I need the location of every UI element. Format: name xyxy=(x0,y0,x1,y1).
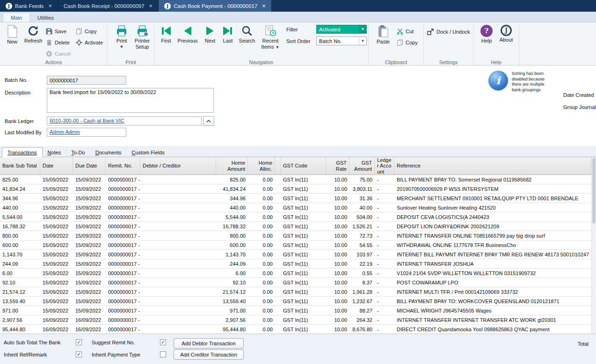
grid-cell-gst_code[interactable]: GST In(11) xyxy=(281,278,326,287)
grid-cell-gst_code[interactable]: GST In(11) xyxy=(281,184,326,193)
grid-cell-remit_no[interactable]: 0000000017 - 5 xyxy=(106,231,140,240)
grid-header-debtor_creditor[interactable]: Debtor / Creditor xyxy=(140,157,216,175)
grid-cell-spacer[interactable] xyxy=(275,231,281,240)
grid-row[interactable]: 1,143.7015/09/202215/09/20220000000017 -… xyxy=(0,250,591,259)
grid-cell-due_date[interactable]: 15/09/2022 xyxy=(73,222,106,231)
grid-cell-home_alloc[interactable]: 0.00 xyxy=(248,212,275,221)
grid-scrollbar[interactable] xyxy=(591,157,596,334)
grid-cell-remit_no[interactable]: 0000000017 - 5 xyxy=(106,325,140,334)
grid-row[interactable]: 800.0015/09/202215/09/20220000000017 - 5… xyxy=(0,231,591,240)
refresh-button[interactable]: Refresh xyxy=(22,25,44,44)
grid-cell-home_alloc[interactable]: 0.00 xyxy=(248,231,275,240)
grid-header-home_alloc[interactable]: Home Alloc. xyxy=(248,157,275,175)
grid-cell-due_date[interactable]: 15/09/2022 xyxy=(73,203,106,212)
last-modified-by-link[interactable]: Admin Admin xyxy=(50,129,80,135)
new-button[interactable]: New xyxy=(3,25,22,45)
grid-cell-gst_rate[interactable]: 10.00 xyxy=(326,203,349,212)
grid-header-date[interactable]: Date xyxy=(40,157,73,175)
grid-cell-date[interactable]: 16/09/2022 xyxy=(40,315,73,324)
grid-cell-bank_sub_total[interactable]: 2,907.56 xyxy=(0,315,40,324)
grid-cell-spacer[interactable] xyxy=(275,250,281,259)
grid-cell-home_amount[interactable]: 800.00 xyxy=(216,231,248,240)
grid-cell-date[interactable]: 15/09/2022 xyxy=(40,287,73,296)
grid-cell-home_amount[interactable]: 344.96 xyxy=(216,194,248,203)
grid-cell-due_date[interactable]: 16/09/2022 xyxy=(73,325,106,334)
grid-cell-reference[interactable]: INTERNET TRANSFER JOSHUA xyxy=(394,259,591,268)
copy-button[interactable]: Copy xyxy=(76,28,97,35)
grid-cell-bank_sub_total[interactable]: 825.00 xyxy=(0,175,40,184)
grid-cell-date[interactable]: 15/09/2022 xyxy=(40,194,73,203)
grid-cell-home_amount[interactable]: 92.10 xyxy=(216,278,248,287)
grid-cell-spacer[interactable] xyxy=(275,240,281,249)
bank-ledger-collapse-button[interactable] xyxy=(203,116,214,126)
grid-cell-reference[interactable]: V1024 21/04 SVDP WILLETTON WILLETTON 031… xyxy=(394,269,591,277)
grid-cell-date[interactable]: 15/09/2022 xyxy=(40,297,73,306)
grid-cell-bank_sub_total[interactable]: 440.00 xyxy=(0,203,40,212)
grid-cell-gst_amount[interactable]: 72.73 xyxy=(349,231,375,240)
grid-cell-date[interactable]: 15/09/2022 xyxy=(40,269,73,277)
grid-cell-bank_sub_total[interactable]: 92.10 xyxy=(0,278,40,287)
first-button[interactable]: First xyxy=(157,25,175,44)
grid-cell-gst_amount[interactable]: 8.37 xyxy=(349,278,375,287)
grid-cell-spacer[interactable] xyxy=(275,306,281,315)
grid-header-spacer[interactable] xyxy=(275,157,281,175)
grid-cell-bank_sub_total[interactable]: 244.09 xyxy=(0,259,40,268)
grid-row[interactable]: 92.1015/09/202215/09/20220000000017 - 59… xyxy=(0,278,591,287)
grid-cell-home_amount[interactable]: 21,574.12 xyxy=(216,287,248,296)
ribbon-tab-main[interactable]: Main xyxy=(3,13,30,22)
grid-cell-home_alloc[interactable]: 0.00 xyxy=(248,287,275,296)
grid-cell-reference[interactable]: MICHAEL WRIGHT J9645745505 Wages xyxy=(394,306,591,315)
grid-cell-gst_code[interactable]: GST In(11) xyxy=(281,269,326,277)
grid-cell-reference[interactable]: 2019070500006929 P WSS INTERSYSTEM xyxy=(394,184,591,193)
grid-cell-gst_code[interactable]: GST In(11) xyxy=(281,175,326,184)
auto-sub-total-checkbox[interactable]: ✓ xyxy=(76,339,82,345)
grid-cell-due_date[interactable]: 15/09/2022 xyxy=(73,250,106,259)
grid-cell-spacer[interactable] xyxy=(275,259,281,268)
inherit-payment-type-checkbox[interactable]: ✓ xyxy=(160,351,166,357)
grid-row[interactable]: 16,788.3215/09/202215/09/20220000000017 … xyxy=(0,222,591,231)
grid-cell-home_amount[interactable]: 95,444.80 xyxy=(216,325,248,334)
grid-cell-gst_amount[interactable]: 8,676.80 xyxy=(349,325,375,334)
grid-row[interactable]: 825.0015/09/202215/09/20220000000017 - 4… xyxy=(0,175,591,184)
grid-cell-reference[interactable]: MERCHANT SETTLEMENT 0910001 RETAILQUIP P… xyxy=(394,194,591,203)
tab-documents[interactable]: Documents xyxy=(90,148,127,157)
grid-cell-home_amount[interactable]: 244.09 xyxy=(216,259,248,268)
grid-cell-gst_rate[interactable]: 10.00 xyxy=(326,278,349,287)
recent-items-button[interactable]: Recent Items ▼ xyxy=(258,25,283,50)
grid-cell-home_alloc[interactable]: 0.00 xyxy=(248,203,275,212)
grid-cell-bank_sub_total[interactable]: 13,559.40 xyxy=(0,297,40,306)
grid-cell-date[interactable]: 15/09/2022 xyxy=(40,212,73,221)
grid-cell-debtor_creditor[interactable] xyxy=(140,184,216,193)
grid-cell-gst_code[interactable]: GST In(11) xyxy=(281,287,326,296)
delete-button[interactable]: Delete xyxy=(46,39,70,46)
grid-cell-remit_no[interactable]: 0000000017 - 4 xyxy=(106,184,140,193)
grid-cell-ledger_account[interactable]: - xyxy=(375,231,394,240)
grid-cell-debtor_creditor[interactable] xyxy=(140,222,216,231)
grid-cell-bank_sub_total[interactable]: 971.00 xyxy=(0,306,40,315)
grid-cell-gst_amount[interactable]: 504.00 xyxy=(349,212,375,221)
window-tab-bank-feeds[interactable]: J Bank Feeds × xyxy=(0,0,58,12)
grid-cell-home_amount[interactable]: 1,143.70 xyxy=(216,250,248,259)
cut-button[interactable]: Cut xyxy=(397,28,414,35)
grid-cell-bank_sub_total[interactable]: 95,444.80 xyxy=(0,325,40,334)
grid-cell-gst_rate[interactable]: 10.00 xyxy=(326,325,349,334)
grid-cell-reference[interactable]: INTERNET TRANSFER ONLINE T0851665799 pay… xyxy=(394,231,591,240)
grid-row[interactable]: 600.0015/09/202215/09/20220000000017 - 5… xyxy=(0,240,591,250)
grid-cell-bank_sub_total[interactable]: 600.00 xyxy=(0,240,40,249)
grid-cell-gst_rate[interactable]: 10.00 xyxy=(326,259,349,268)
grid-cell-remit_no[interactable]: 0000000017 - 5 xyxy=(106,240,140,249)
grid-cell-debtor_creditor[interactable] xyxy=(140,240,216,249)
grid-cell-debtor_creditor[interactable] xyxy=(140,212,216,221)
grid-cell-date[interactable]: 15/09/2022 xyxy=(40,231,73,240)
grid-cell-gst_rate[interactable]: 10.00 xyxy=(326,194,349,203)
grid-cell-date[interactable]: 15/09/2022 xyxy=(40,184,73,193)
next-button[interactable]: Next xyxy=(201,25,219,44)
grid-header-due_date[interactable]: Due Date xyxy=(73,157,106,175)
tab-custom-fields[interactable]: Custom Fields xyxy=(126,148,169,157)
grid-cell-remit_no[interactable]: 0000000017 - 5 xyxy=(106,306,140,315)
about-button[interactable]: J About xyxy=(497,25,516,43)
grid-cell-home_alloc[interactable]: 0.00 xyxy=(248,250,275,259)
grid-cell-home_amount[interactable]: 6.00 xyxy=(216,269,248,277)
help-button[interactable]: ? Help xyxy=(477,25,496,44)
grid-cell-home_amount[interactable]: 41,834.24 xyxy=(216,184,248,193)
